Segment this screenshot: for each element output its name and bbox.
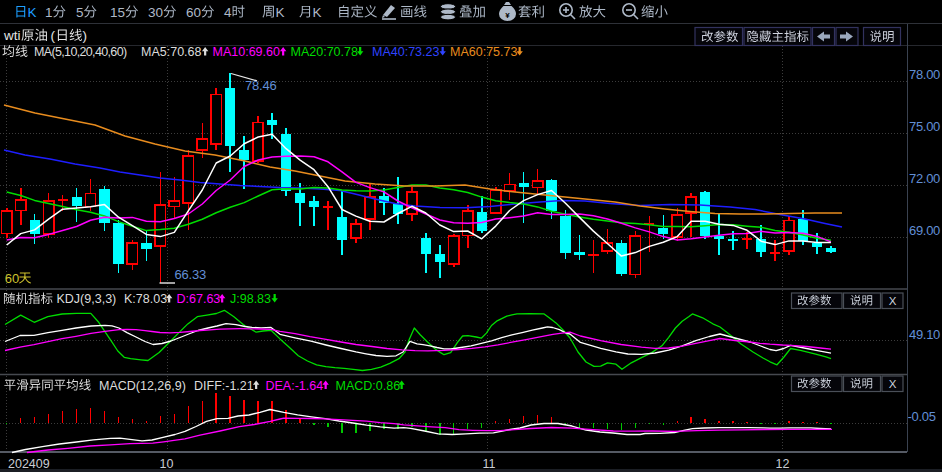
svg-text:MACD(12,26,9): MACD(12,26,9) [99,379,186,393]
svg-text:K: K [276,5,285,20]
svg-text:K: K [28,5,37,20]
svg-text:¥: ¥ [505,11,510,20]
svg-text:5: 5 [76,5,84,20]
svg-text:69.00: 69.00 [909,223,940,238]
svg-text:MA20:70.78: MA20:70.78 [291,45,358,59]
svg-text:MA40:73.23: MA40:73.23 [372,45,439,59]
svg-text:DIFF:-1.21: DIFF:-1.21 [194,379,254,393]
svg-text:49.10: 49.10 [909,327,940,342]
svg-text:60: 60 [186,5,201,20]
svg-text:15: 15 [110,5,125,20]
svg-text:): ) [83,28,88,43]
svg-text:78.46: 78.46 [245,78,277,93]
svg-text:1: 1 [45,5,53,20]
svg-text:wti: wti [3,28,21,43]
svg-text:X: X [889,378,897,390]
svg-text:10: 10 [160,457,174,471]
svg-text:K: K [313,5,322,20]
svg-text:D:67.63: D:67.63 [177,292,221,306]
svg-text:72.00: 72.00 [909,171,940,186]
svg-text:MA(5,10,20,40,60): MA(5,10,20,40,60) [34,45,127,59]
svg-text:MA5:70.68: MA5:70.68 [141,45,202,59]
svg-text:78.00: 78.00 [909,67,940,82]
svg-text:60: 60 [5,271,19,286]
svg-text:30: 30 [148,5,163,20]
svg-text:K:78.03: K:78.03 [124,292,167,306]
svg-text:66.33: 66.33 [175,267,207,282]
svg-text:KDJ(9,3,3): KDJ(9,3,3) [57,292,117,306]
svg-text:12: 12 [776,457,790,471]
svg-text:75.00: 75.00 [909,119,940,134]
svg-text:4: 4 [224,5,232,20]
svg-text:J:98.83: J:98.83 [230,292,271,306]
svg-text:(: ( [51,28,56,43]
svg-text:-0.05: -0.05 [908,409,936,424]
svg-text:11: 11 [483,457,496,471]
svg-text:MA10:69.60: MA10:69.60 [213,45,280,59]
svg-text:202409: 202409 [8,457,50,471]
svg-text:X: X [889,295,897,307]
svg-text:MACD:0.86: MACD:0.86 [336,379,401,393]
svg-text:DEA:-1.64: DEA:-1.64 [266,379,324,393]
svg-text:MA60:75.73: MA60:75.73 [450,45,517,59]
